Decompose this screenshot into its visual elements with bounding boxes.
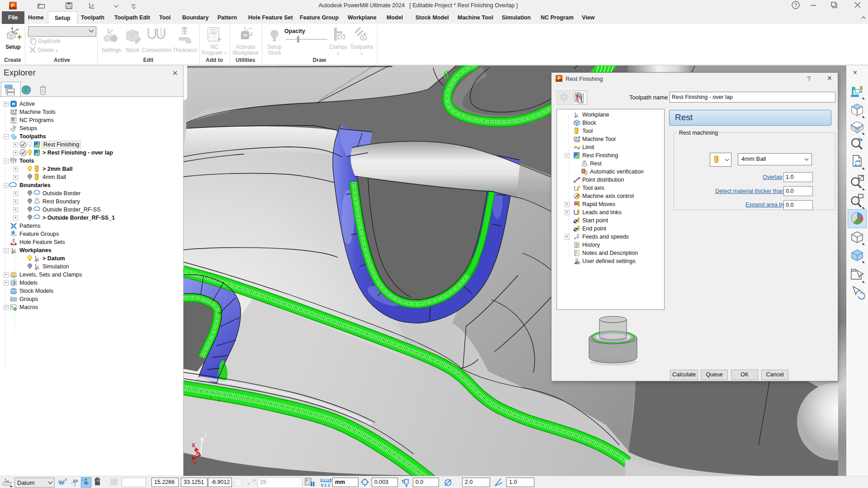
svg-text:P: P: [557, 76, 561, 81]
svg-text:Z: Z: [204, 432, 207, 439]
svg-text:X: X: [65, 478, 67, 482]
svg-text:G: G: [12, 118, 14, 121]
svg-text:Z: Z: [82, 478, 85, 482]
svg-text:0 1 2: 0 1 2: [321, 483, 330, 488]
svg-text:Y: Y: [193, 460, 197, 467]
svg-text:?: ?: [794, 2, 797, 8]
svg-text:G: G: [212, 30, 215, 34]
svg-text:Y: Y: [74, 483, 76, 487]
svg-text:X: X: [192, 442, 195, 449]
